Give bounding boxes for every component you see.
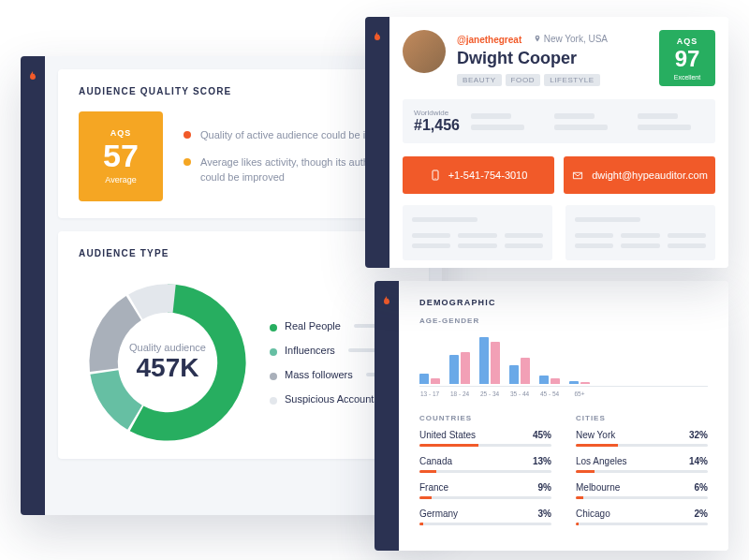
- geo-fill: [419, 523, 423, 525]
- geo-track: [419, 470, 551, 473]
- age-bar: [479, 337, 489, 384]
- aqs-score-tile: AQS 57 Average: [79, 111, 163, 201]
- geo-pct: 6%: [695, 482, 708, 493]
- email-text: dwight@hypeauditor.com: [592, 169, 708, 181]
- geo-name: New York: [576, 430, 615, 440]
- flame-icon: [27, 69, 38, 82]
- flame-icon: [372, 30, 383, 43]
- geo-fill: [576, 523, 579, 525]
- geo-name: Chicago: [576, 508, 610, 519]
- profile-handle[interactable]: @janethegreat: [457, 35, 521, 45]
- geo-item: Germany3%: [419, 508, 551, 525]
- geo-pct: 9%: [538, 482, 551, 493]
- age-bar: [551, 378, 560, 384]
- age-label: 18 - 24: [449, 391, 470, 397]
- geo-track: [576, 496, 708, 499]
- geo-name: Germany: [419, 508, 458, 519]
- nav-rail: [21, 56, 45, 515]
- profile-tag[interactable]: FOOD: [506, 74, 541, 86]
- nav-rail: [374, 281, 399, 551]
- dot-icon: [270, 373, 277, 380]
- geo-fill: [419, 444, 478, 447]
- age-bar: [431, 378, 440, 384]
- placeholder-card: [565, 205, 715, 260]
- geo-name: Los Angeles: [576, 456, 627, 466]
- geo-item: Los Angeles14%: [576, 456, 708, 473]
- profile-panel: @janethegreat New York, USA Dwight Coope…: [365, 17, 728, 268]
- geo-fill: [419, 496, 432, 499]
- profile-aqs-tile: AQS 97 Excellent: [659, 30, 715, 86]
- profile-location-text: New York, USA: [544, 34, 608, 44]
- geo-name: Canada: [419, 456, 452, 466]
- profile-aqs-rating: Excellent: [674, 74, 700, 81]
- profile-aqs-label: AQS: [677, 37, 698, 46]
- countries-title: COUNTRIES: [419, 414, 551, 422]
- legend-label: Real People: [285, 320, 341, 332]
- legend-label: Influencers: [285, 345, 335, 356]
- geo-pct: 14%: [689, 456, 708, 466]
- age-bar: [521, 358, 530, 384]
- audience-donut-chart: Quality audience 457K: [79, 273, 257, 451]
- placeholder-card: [403, 205, 552, 260]
- audience-type-title: AUDIENCE TYPE: [79, 248, 408, 258]
- demographic-title: DEMOGRAPHIC: [419, 298, 708, 307]
- demographic-panel: DEMOGRAPHIC AGE-GENDER 13 - 1718 - 2425 …: [374, 281, 728, 551]
- geo-item: Canada13%: [419, 456, 551, 473]
- rank-row: Worldwide #1,456: [403, 99, 715, 143]
- geo-fill: [419, 470, 436, 473]
- rank-value: #1,456: [414, 117, 460, 134]
- age-group: [539, 376, 560, 384]
- geo-item: Melbourne6%: [576, 482, 708, 499]
- profile-aqs-score: 97: [675, 48, 700, 70]
- pin-icon: [534, 34, 541, 43]
- dot-icon: [184, 131, 191, 139]
- dot-icon: [184, 158, 191, 166]
- flame-icon: [381, 294, 392, 307]
- cities-title: CITIES: [576, 414, 708, 422]
- geo-track: [576, 523, 708, 525]
- geo-pct: 2%: [695, 508, 708, 519]
- email-button[interactable]: dwight@hypeauditor.com: [564, 156, 715, 194]
- avatar[interactable]: [403, 30, 446, 73]
- geo-name: United States: [419, 430, 476, 440]
- age-group: [449, 352, 470, 384]
- dot-icon: [270, 397, 277, 405]
- geo-pct: 32%: [689, 430, 708, 440]
- mail-icon: [571, 170, 584, 181]
- geo-track: [419, 523, 551, 525]
- legend-label: Mass followers: [285, 369, 353, 380]
- profile-tag[interactable]: LIFESTYLE: [544, 74, 600, 86]
- geo-name: Melbourne: [576, 482, 620, 493]
- age-bar: [580, 382, 590, 384]
- age-bar: [491, 342, 500, 384]
- svg-point-1: [434, 178, 435, 179]
- nav-rail: [365, 17, 389, 268]
- phone-icon: [430, 168, 441, 183]
- geo-track: [419, 444, 551, 447]
- geo-item: France9%: [419, 482, 551, 499]
- age-group: [509, 358, 530, 384]
- age-label: 35 - 44: [509, 391, 530, 397]
- age-gender-title: AGE-GENDER: [419, 317, 708, 325]
- legend-label: Suspicious Accounts: [285, 393, 379, 405]
- phone-text: +1-541-754-3010: [448, 169, 528, 181]
- geo-item: Chicago2%: [576, 508, 708, 525]
- profile-tag[interactable]: BEAUTY: [457, 74, 502, 86]
- aqs-card-title: AUDIENCE QUALITY SCORE: [79, 86, 408, 96]
- age-bar: [509, 365, 519, 384]
- aqs-rating: Average: [105, 175, 136, 184]
- geo-name: France: [419, 482, 448, 493]
- geo-pct: 13%: [533, 456, 551, 466]
- profile-location: New York, USA: [534, 34, 608, 44]
- age-label: 65+: [569, 391, 590, 397]
- geo-fill: [576, 470, 595, 473]
- age-bar: [539, 376, 549, 384]
- dot-icon: [270, 324, 277, 332]
- age-label: 45 - 54: [539, 391, 560, 397]
- age-group: [479, 337, 500, 384]
- age-label: 25 - 34: [479, 391, 500, 397]
- donut-center-label: Quality audience: [129, 342, 206, 353]
- aqs-score: 57: [103, 140, 139, 171]
- phone-button[interactable]: +1-541-754-3010: [403, 156, 554, 194]
- age-bar: [419, 374, 429, 384]
